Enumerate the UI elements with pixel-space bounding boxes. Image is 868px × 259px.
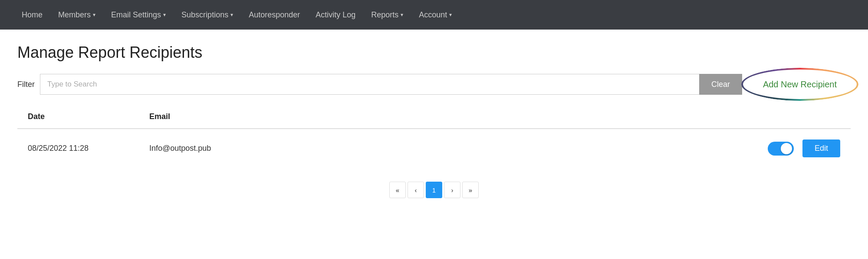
col-header-date: Date xyxy=(17,105,139,129)
toggle-thumb xyxy=(781,143,792,154)
cell-email: Info@outpost.pub xyxy=(139,129,757,168)
table-body: 08/25/2022 11:28Info@outpost.pubEdit xyxy=(17,129,851,168)
navbar: HomeMembers ▾Email Settings ▾Subscriptio… xyxy=(0,0,868,30)
pagination-first[interactable]: « xyxy=(389,182,406,198)
cell-actions: Edit xyxy=(757,129,851,168)
dropdown-caret-account: ▾ xyxy=(449,12,452,18)
nav-item-account[interactable]: Account ▾ xyxy=(411,0,460,30)
pagination-page-1[interactable]: 1 xyxy=(426,182,442,198)
col-header-email: Email xyxy=(139,105,757,129)
main-content: Manage Report Recipients Filter Clear Ad… xyxy=(0,30,868,216)
dropdown-caret-members: ▾ xyxy=(93,12,95,18)
nav-item-activity-log[interactable]: Activity Log xyxy=(308,0,363,30)
status-toggle[interactable] xyxy=(768,142,794,156)
nav-item-home[interactable]: Home xyxy=(14,0,50,30)
add-recipient-wrapper: Add New Recipient xyxy=(749,74,851,95)
clear-button[interactable]: Clear xyxy=(699,74,742,95)
pagination: « ‹ 1 › » xyxy=(17,182,851,198)
pagination-next[interactable]: › xyxy=(444,182,460,198)
filter-label: Filter xyxy=(17,80,35,89)
pagination-last[interactable]: » xyxy=(462,182,479,198)
cell-date: 08/25/2022 11:28 xyxy=(17,129,139,168)
edit-button[interactable]: Edit xyxy=(802,139,840,157)
dropdown-caret-email-settings: ▾ xyxy=(163,12,166,18)
pagination-prev[interactable]: ‹ xyxy=(408,182,424,198)
col-header-actions xyxy=(757,105,851,129)
recipients-table: Date Email 08/25/2022 11:28Info@outpost.… xyxy=(17,105,851,168)
actions-container: Edit xyxy=(768,139,840,157)
nav-item-autoresponder[interactable]: Autoresponder xyxy=(241,0,308,30)
nav-item-subscriptions[interactable]: Subscriptions ▾ xyxy=(174,0,241,30)
table-header: Date Email xyxy=(17,105,851,129)
add-recipient-button[interactable]: Add New Recipient xyxy=(749,74,851,95)
nav-item-reports[interactable]: Reports ▾ xyxy=(363,0,411,30)
filter-row: Filter Clear Add New Recipient xyxy=(17,74,851,95)
page-title: Manage Report Recipients xyxy=(17,43,851,62)
nav-item-members[interactable]: Members ▾ xyxy=(50,0,103,30)
dropdown-caret-reports: ▾ xyxy=(401,12,403,18)
table-row: 08/25/2022 11:28Info@outpost.pubEdit xyxy=(17,129,851,168)
search-input[interactable] xyxy=(40,74,699,95)
nav-item-email-settings[interactable]: Email Settings ▾ xyxy=(103,0,174,30)
dropdown-caret-subscriptions: ▾ xyxy=(230,12,233,18)
